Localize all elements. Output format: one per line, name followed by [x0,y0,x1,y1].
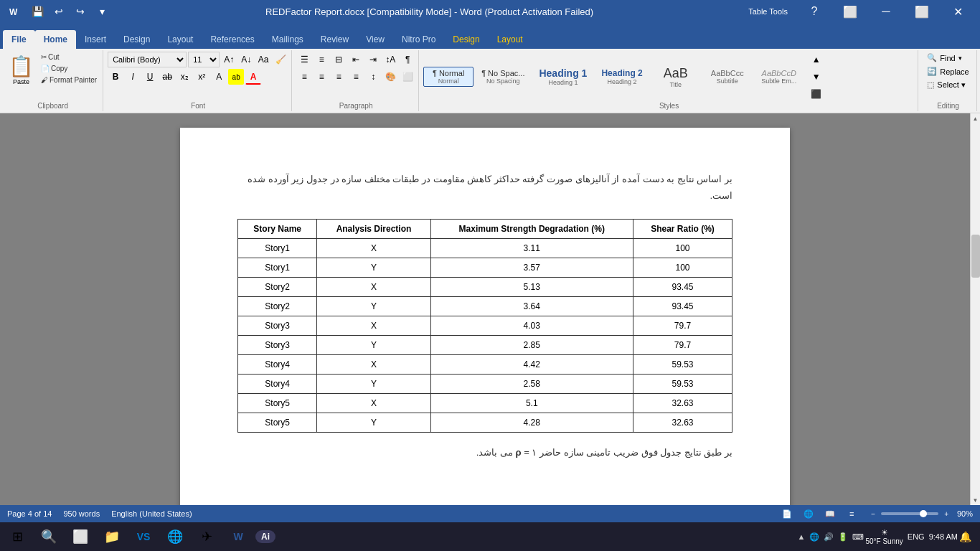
network-icon[interactable]: 🌐 [809,532,819,542]
change-case-btn[interactable]: Aa [255,52,271,67]
ai-label[interactable]: Ai [255,530,275,543]
select-button[interactable]: ⬚ Select ▾ [923,79,970,91]
grow-font-btn[interactable]: A↑ [221,52,237,67]
notification-icon[interactable]: 🔔 [959,531,971,542]
numbering-btn[interactable]: ≡ [314,52,329,67]
style-heading1[interactable]: Heading 1 Heading 1 [532,65,593,88]
customize-quick-access[interactable]: ▾ [93,3,110,20]
tab-file[interactable]: File [3,30,35,49]
scroll-down-arrow[interactable]: ▼ [971,495,981,505]
sort-btn[interactable]: ↕A [382,52,398,67]
shading-btn[interactable]: 🎨 [382,69,398,85]
read-mode-btn[interactable]: 📖 [822,507,838,520]
tab-insert[interactable]: Insert [76,30,115,49]
cut-button[interactable]: ✂ Cut [38,52,100,62]
print-layout-btn[interactable]: 📄 [779,507,795,520]
close-btn[interactable]: ✕ [941,0,974,23]
styles-scroll-down[interactable]: ▼ [809,69,824,85]
bottom-text-before: بر طبق نتایج جدول فوق ضریب تامینی سازه ح… [524,447,732,458]
scroll-thumb[interactable] [971,235,980,278]
taskview-icon[interactable]: ⬜ [66,523,95,550]
font-color-btn[interactable]: A [245,69,261,85]
maximize-btn[interactable]: ⬜ [905,0,938,23]
tab-nitro-pro[interactable]: Nitro Pro [393,30,444,49]
find-dropdown[interactable]: ▾ [958,55,962,62]
format-painter-button[interactable]: 🖌 Format Painter [38,75,100,85]
clear-format-btn[interactable]: 🧹 [273,52,288,67]
tray-arrow[interactable]: ▲ [798,532,806,541]
battery-icon[interactable]: 🔋 [838,532,848,542]
tab-references[interactable]: References [202,30,263,49]
tab-view[interactable]: View [357,30,393,49]
paste-button[interactable]: 📋 Paste [6,52,37,88]
borders-btn[interactable]: ⬜ [400,69,415,85]
word-taskbar-icon[interactable]: W [224,523,253,550]
style-subtitle[interactable]: AaBbCcc Subtitle [702,67,753,87]
col-header-degradation: Maximum Strength Degradation (%) [430,219,633,238]
outline-view-btn[interactable]: ≡ [844,507,859,520]
font-size-select[interactable]: 11 [188,52,220,67]
style-subtle-em[interactable]: AaBbCcD Subtle Em... [754,67,804,87]
styles-expand[interactable]: ⬛ [809,86,824,102]
zoom-minus-btn[interactable]: − [871,510,875,518]
align-center-btn[interactable]: ≡ [314,69,329,85]
strikethrough-btn[interactable]: ab [159,69,175,85]
decrease-indent-btn[interactable]: ⇤ [348,52,364,67]
style-heading2[interactable]: Heading 2 Heading 2 [595,66,649,88]
keyboard-icon[interactable]: ⌨ [852,532,864,542]
multilevel-btn[interactable]: ⊟ [331,52,347,67]
web-layout-btn[interactable]: 🌐 [801,507,816,520]
vs-icon[interactable]: VS [129,523,158,550]
col-header-direction: Analysis Direction [317,219,430,238]
underline-btn[interactable]: U [142,69,158,85]
files-icon[interactable]: 📁 [98,523,126,550]
start-icon[interactable]: ⊞ [3,523,32,550]
text-effects-btn[interactable]: A [211,69,227,85]
minimize-btn[interactable]: ─ [870,0,903,23]
zoom-slider[interactable] [881,512,938,515]
vertical-scrollbar[interactable]: ▲ ▼ [970,113,980,505]
show-marks-btn[interactable]: ¶ [400,52,415,67]
tab-table-design[interactable]: Design [444,30,488,49]
telegram-icon[interactable]: ✈ [192,523,221,550]
zoom-plus-btn[interactable]: + [944,510,948,518]
replace-button[interactable]: 🔄 Replace [923,65,973,77]
tab-mailings[interactable]: Mailings [263,30,312,49]
justify-btn[interactable]: ≡ [348,69,364,85]
search-icon[interactable]: 🔍 [34,523,63,550]
help-btn[interactable]: ? [798,0,831,23]
tab-layout[interactable]: Layout [159,30,202,49]
shrink-font-btn[interactable]: A↓ [238,52,254,67]
font-name-select[interactable]: Calibri (Body) [108,52,187,67]
tab-table-layout[interactable]: Layout [489,30,532,49]
redo-quick-btn[interactable]: ↪ [72,3,89,20]
italic-btn[interactable]: I [125,69,141,85]
ribbon-display-btn[interactable]: ⬜ [834,0,867,23]
bullets-btn[interactable]: ☰ [296,52,312,67]
highlight-color-btn[interactable]: ab [228,69,244,85]
tab-design[interactable]: Design [115,30,159,49]
style-normal[interactable]: ¶ Normal Normal [423,67,473,87]
tab-review[interactable]: Review [312,30,357,49]
scroll-up-arrow[interactable]: ▲ [971,113,981,123]
increase-indent-btn[interactable]: ⇥ [365,52,381,67]
align-left-btn[interactable]: ≡ [296,69,312,85]
clock-display[interactable]: 9:48 AM [929,532,958,541]
align-right-btn[interactable]: ≡ [331,69,347,85]
style-title[interactable]: AaB Title [651,64,701,90]
chrome-icon[interactable]: 🌐 [161,523,189,550]
superscript-btn[interactable]: x² [194,69,209,85]
find-button[interactable]: 🔍 Find ▾ [923,52,966,64]
subscript-btn[interactable]: x₂ [176,69,192,85]
volume-icon[interactable]: 🔊 [824,532,834,542]
language-display[interactable]: ENG [908,532,925,541]
document-scroll[interactable]: بر اساس نتایج به دست آمده از آنالیزهای ص… [0,113,970,505]
undo-quick-btn[interactable]: ↩ [50,3,67,20]
line-spacing-btn[interactable]: ↕ [365,69,381,85]
style-no-spacing[interactable]: ¶ No Spac... No Spacing [475,67,531,87]
copy-button[interactable]: 📄 Copy [38,63,100,74]
tab-home[interactable]: Home [35,30,76,49]
styles-scroll-up[interactable]: ▲ [809,52,824,67]
bold-btn[interactable]: B [108,69,123,85]
save-quick-btn[interactable]: 💾 [29,3,46,20]
